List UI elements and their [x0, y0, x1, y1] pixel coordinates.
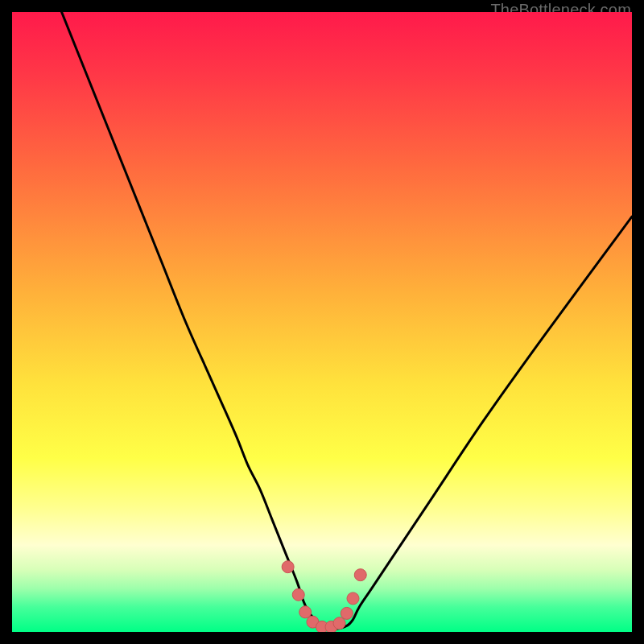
- valley-marker: [333, 617, 345, 630]
- valley-marker: [347, 592, 359, 605]
- valley-markers: [282, 561, 366, 632]
- valley-marker: [292, 588, 304, 601]
- curve-layer: [12, 12, 632, 632]
- plot-area: [12, 12, 632, 632]
- valley-marker: [282, 561, 294, 573]
- valley-marker: [354, 569, 366, 581]
- bottleneck-curve: [62, 12, 632, 629]
- chart-stage: TheBottleneck.com: [0, 0, 644, 644]
- valley-marker: [341, 607, 353, 619]
- valley-marker: [299, 606, 312, 618]
